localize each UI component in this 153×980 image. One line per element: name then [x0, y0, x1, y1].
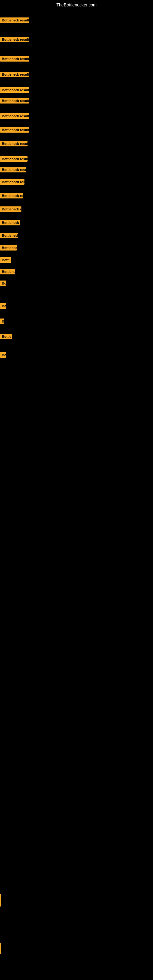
bottleneck-badge-19: Bo [0, 280, 6, 286]
bottleneck-badge-11: Bottleneck result [0, 179, 24, 185]
bottleneck-badge-23: Bo [0, 352, 6, 358]
site-title: TheBottlenecker.com [56, 2, 97, 7]
bottleneck-badge-18: Bottlene [0, 269, 15, 274]
bottleneck-badge-12: Bottleneck res [0, 193, 23, 199]
vertical-line-1 [0, 943, 1, 954]
bottleneck-badge-7: Bottleneck result [0, 127, 29, 133]
bottleneck-badge-4: Bottleneck result [0, 87, 29, 93]
bottleneck-badge-15: Bottleneck re [0, 233, 18, 238]
bottleneck-badge-1: Bottleneck result [0, 37, 29, 42]
bottleneck-badge-21: B [0, 318, 4, 324]
bottleneck-badge-8: Bottleneck result [0, 141, 27, 146]
bottleneck-badge-20: Bo [0, 303, 6, 309]
bottleneck-badge-13: Bottleneck res [0, 207, 21, 212]
bottleneck-badge-5: Bottleneck result [0, 98, 29, 103]
bottleneck-badge-6: Bottleneck result [0, 113, 29, 119]
bottleneck-badge-17: Bottl [0, 257, 11, 263]
bottleneck-badge-9: Bottleneck result [0, 156, 27, 162]
bottleneck-badge-0: Bottleneck result [0, 18, 29, 23]
bottleneck-badge-16: Bottleneck [0, 245, 17, 250]
bottleneck-badge-22: Bottle [0, 334, 12, 339]
bottleneck-badge-2: Bottleneck result [0, 56, 29, 62]
bottleneck-badge-3: Bottleneck result [0, 72, 29, 77]
vertical-line-0 [0, 894, 1, 907]
bottleneck-badge-14: Bottleneck res [0, 220, 20, 225]
bottleneck-badge-10: Bottleneck result [0, 167, 26, 172]
